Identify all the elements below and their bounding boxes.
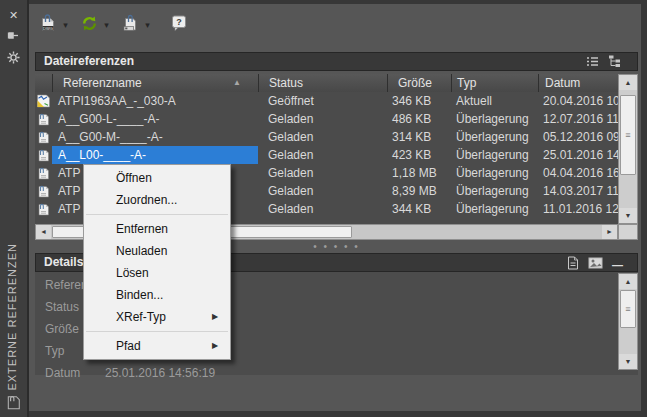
xref-palette: { "sidebar": { "title": "EXTERNE REFEREN… [0,0,647,417]
context-menu: Öffnen Zuordnen... Entfernen Neuladen Lö… [83,164,231,360]
refresh-button[interactable] [77,13,101,37]
refresh-dropdown-arrow[interactable]: ▾ [101,13,112,37]
menu-item-zuordnen[interactable]: Zuordnen... [84,189,230,211]
cell-datum: 25.01.2016 14 [538,146,618,164]
cell-referenzname: A__L00-____-A- [52,146,258,164]
close-icon[interactable]: ✕ [0,6,27,24]
cell-groesse: 423 KB [387,146,451,164]
change-path-dropdown-arrow[interactable]: ▾ [142,13,153,37]
submenu-arrow-icon: ▶ [212,335,218,357]
sort-asc-icon: ▲ [233,79,241,87]
cell-status: Geladen [258,128,387,146]
cell-typ: Überlagerung [451,146,538,164]
xref-palette-icon [6,395,21,414]
scrollbar-corner [618,224,638,240]
scroll-right-icon[interactable]: ► [602,225,617,239]
column-referenzname[interactable]: Referenzname [52,74,258,92]
cell-status: Geladen [258,164,387,182]
change-path-button[interactable] [118,13,142,37]
xref-file-icon [35,146,52,164]
table-vscrollbar[interactable]: ▲ ≡ ▼ [618,74,638,224]
menu-item-oeffnen[interactable]: Öffnen [84,167,230,189]
details-value-datum: 25.01.2016 14:56:19 [105,363,215,383]
cell-referenzname: A__G00-M-____-A- [52,128,258,146]
cell-referenzname: A__G00-L-____-A- [52,110,258,128]
attach-dwg-icon: DWG [39,14,58,37]
cell-groesse: 346 KB [387,92,451,110]
table-row[interactable]: A__G00-L-____-A- Geladen 486 KB Überlage… [35,110,618,128]
table-row[interactable]: A__G00-M-____-A- Geladen 314 KB Überlage… [35,128,618,146]
details-vscrollbar-thumb[interactable]: ≡ [620,290,636,328]
scroll-up-icon[interactable]: ▲ [619,75,637,90]
svg-text:DWG: DWG [43,25,53,30]
attach-dropdown-arrow[interactable]: ▾ [60,13,71,37]
cell-groesse: 314 KB [387,128,451,146]
cell-status: Geladen [258,146,387,164]
file-references-header: Dateireferenzen [35,52,638,71]
xref-file-icon [35,128,52,146]
details-label-typ: Typ [45,341,64,361]
xref-file-icon [35,182,52,200]
cell-status: Geladen [258,110,387,128]
current-drawing-icon [35,92,52,110]
menu-item-xref-typ[interactable]: XRef-Typ▶ [84,306,230,328]
cell-datum: 05.12.2016 09 [538,128,618,146]
cell-typ: Überlagerung [451,110,538,128]
cell-typ: Überlagerung [451,182,538,200]
menu-item-pfad[interactable]: Pfad▶ [84,335,230,357]
menu-item-neuladen[interactable]: Neuladen [84,240,230,262]
column-datum[interactable]: Datum [538,74,618,92]
tree-view-icon[interactable] [608,55,621,72]
attach-dwg-button[interactable]: DWG [36,13,60,37]
cell-referenzname: ATPI1963AA_-_030-A [52,92,258,110]
menu-item-binden[interactable]: Binden... [84,284,230,306]
palette-title: EXTERNE REFERENZEN [6,243,18,391]
menu-separator [86,214,228,215]
cell-datum: 14.03.2017 11 [538,182,618,200]
xref-file-icon [35,110,52,128]
cell-datum: 12.07.2016 11 [538,110,618,128]
column-groesse[interactable]: Größe [387,74,451,92]
cell-typ: Überlagerung [451,128,538,146]
cell-datum: 20.04.2016 10 [538,92,618,110]
menu-item-loesen[interactable]: Lösen [84,262,230,284]
properties-gear-icon[interactable] [0,51,27,69]
cell-status: Geladen [258,182,387,200]
help-button[interactable]: ? [167,13,191,37]
scroll-left-icon[interactable]: ◄ [36,225,51,239]
column-icon[interactable] [35,74,52,92]
help-icon: ? [170,14,188,36]
scroll-down-icon[interactable]: ▼ [619,354,637,369]
toolbar: DWG ▾ ▾ [36,12,191,38]
details-label-datum: Datum [45,363,80,383]
scroll-up-icon[interactable]: ▲ [619,274,637,289]
details-label-status: Status [45,297,79,317]
cell-typ: Überlagerung [451,164,538,182]
palette-titlebar: ✕ EXTERNE REFERENZEN [0,0,29,417]
table-row[interactable]: ATPI1963AA_-_030-A Geöffnet 346 KB Aktue… [35,92,618,110]
cell-typ: Überlagerung [451,200,538,218]
cell-status: Geöffnet [258,92,387,110]
xref-file-icon [35,200,52,218]
cell-groesse: 344 KB [387,200,451,218]
cell-groesse: 1,18 MB [387,164,451,182]
svg-text:?: ? [176,17,182,27]
cell-typ: Aktuell [451,92,538,110]
cell-groesse: 486 KB [387,110,451,128]
details-vscrollbar[interactable]: ▲ ≡ ▼ [618,273,638,370]
list-view-icon[interactable] [586,55,599,72]
cell-datum: 04.04.2016 16 [538,164,618,182]
submenu-arrow-icon: ▶ [212,306,218,328]
menu-separator [86,331,228,332]
xref-file-icon [35,164,52,182]
column-status[interactable]: Status [258,74,387,92]
details-title: Details [44,255,83,269]
pin-icon[interactable] [0,29,27,47]
menu-item-entfernen[interactable]: Entfernen [84,218,230,240]
refresh-icon [81,15,98,36]
table-vscrollbar-thumb[interactable]: ≡ [620,95,636,175]
column-typ[interactable]: Typ [451,74,538,92]
table-row-selected[interactable]: A__L00-____-A- Geladen 423 KB Überlageru… [35,146,618,164]
file-references-title: Dateireferenzen [44,54,134,68]
scroll-down-icon[interactable]: ▼ [619,208,637,223]
